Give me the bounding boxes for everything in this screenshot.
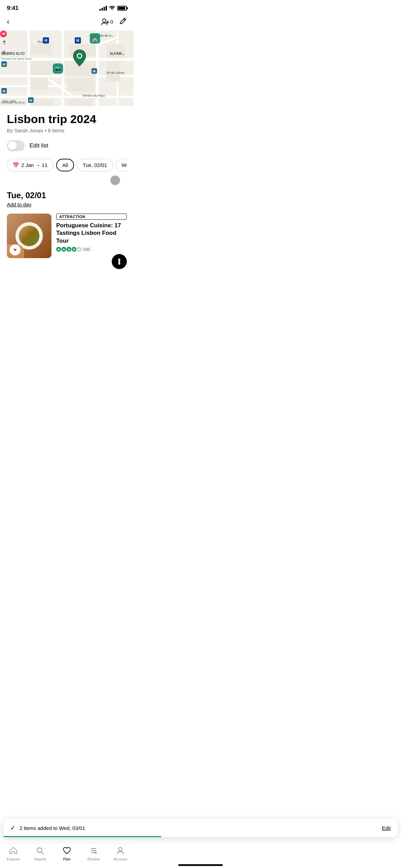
star-rating (56, 247, 82, 252)
tram-icon-1: 🚋 (1, 88, 7, 94)
scroll-indicator (7, 176, 127, 185)
signal-icon (99, 6, 107, 11)
edit-list-label: Edit list (29, 142, 48, 149)
filter-all-label: All (62, 162, 68, 168)
trip-author: By Sarah Jonas (7, 128, 43, 133)
filter-wed[interactable]: Wed, 03/01 (116, 159, 127, 171)
svg-marker-8 (68, 248, 70, 251)
map-pin-heart: ❤ (0, 31, 7, 37)
rating-count: 595 (83, 247, 90, 252)
header-actions: 0 (101, 17, 127, 26)
map-label-terreiro: Terreiro do Paço (82, 94, 105, 97)
map-label-rossio: Rossio (38, 40, 47, 44)
map-pin-castle[interactable]: 🏰 (90, 33, 100, 44)
attraction-card: ♥ ATTRACTION Portuguese Cuisine: 17 Tast… (7, 214, 127, 276)
card-info: ATTRACTION Portuguese Cuisine: 17 Tastin… (56, 214, 127, 269)
filter-wed-label: Wed, 03/01 (122, 162, 127, 168)
svg-marker-6 (57, 248, 60, 251)
tram-icon-3: 🚋 (92, 68, 97, 74)
map-pin-church-1: ✝ (0, 37, 8, 48)
edit-list-toggle[interactable] (7, 140, 25, 151)
map-label-alfama: ALFAM... (110, 52, 124, 56)
filter-tue[interactable]: Tue, 02/01 (77, 159, 113, 171)
star-3 (66, 247, 71, 252)
star-4 (72, 247, 76, 252)
filter-tue-label: Tue, 02/01 (83, 162, 107, 168)
map-pin-camera[interactable]: 📷 (53, 63, 63, 74)
card-action-button[interactable] (112, 254, 127, 269)
battery-icon (117, 6, 127, 11)
svg-point-11 (118, 261, 120, 263)
content-area: Lisbon trip 2024 By Sarah Jonas • 8 item… (0, 106, 134, 185)
star-2 (61, 247, 66, 252)
svg-marker-9 (73, 248, 75, 251)
header: ‹ 0 (0, 14, 134, 31)
add-people-button[interactable]: 0 (101, 18, 113, 26)
status-time: 9:41 (7, 5, 19, 12)
map-label-bairro: BAIRRO ALTO (1, 52, 25, 56)
status-icons (99, 6, 127, 11)
pencil-icon (119, 17, 127, 25)
edit-list-row: Edit list (7, 140, 127, 151)
day-title: Tue, 02/01 (7, 191, 127, 200)
card-image: ♥ (7, 214, 51, 258)
trip-title: Lisbon trip 2024 (7, 113, 127, 125)
attraction-title[interactable]: Portuguese Cuisine: 17 Tastings Lisbon F… (56, 222, 127, 244)
trip-item-count: 8 items (48, 128, 64, 133)
tram-icon-4: 🚋 (28, 97, 34, 103)
trip-separator: • (45, 128, 48, 133)
status-bar: 9:41 (0, 0, 134, 14)
map-label-elevador-santa: Elevador de Santa Justa (1, 57, 31, 60)
date-filter-bar: 📅 2 Jan → 11 All Tue, 02/01 Wed, 03/01 (7, 159, 127, 173)
edit-button[interactable] (119, 17, 127, 26)
filter-range-label: 2 Jan → 11 (21, 162, 48, 168)
add-person-icon (101, 18, 109, 26)
filter-all[interactable]: All (56, 159, 74, 171)
wifi-icon (109, 6, 115, 11)
map[interactable]: M M 🚋 🚋 🚋 🚋 BAIRRO ALTO Rossio ALFAM... … (0, 31, 134, 106)
scroll-dot (110, 176, 120, 185)
card-rating: 595 (56, 247, 127, 252)
day-section: Tue, 02/01 Add to day ♥ ATTRACTION Portu… (0, 191, 134, 276)
metro-icon-2: M (75, 37, 81, 44)
map-pin-location[interactable] (73, 49, 86, 68)
google-logo: Google (3, 99, 16, 103)
map-label-se: Sé de Lisboa (106, 71, 124, 74)
add-to-day-link[interactable]: Add to day (7, 202, 32, 207)
svg-marker-7 (62, 248, 65, 251)
svg-marker-10 (78, 248, 80, 251)
filter-date-range[interactable]: 📅 2 Jan → 11 (7, 159, 53, 171)
svg-point-12 (118, 258, 120, 261)
calendar-icon: 📅 (13, 162, 19, 168)
back-button[interactable]: ‹ (7, 17, 9, 26)
svg-point-0 (102, 19, 106, 22)
star-1 (56, 247, 61, 252)
people-count: 0 (110, 19, 113, 25)
heart-icon: ♥ (13, 247, 17, 253)
tram-icon-2: 🚋 (1, 61, 7, 67)
star-5 (77, 247, 82, 252)
svg-point-13 (118, 263, 120, 265)
trip-meta: By Sarah Jonas • 8 items (7, 128, 127, 133)
attraction-badge: ATTRACTION (56, 214, 127, 220)
svg-point-5 (78, 54, 81, 58)
